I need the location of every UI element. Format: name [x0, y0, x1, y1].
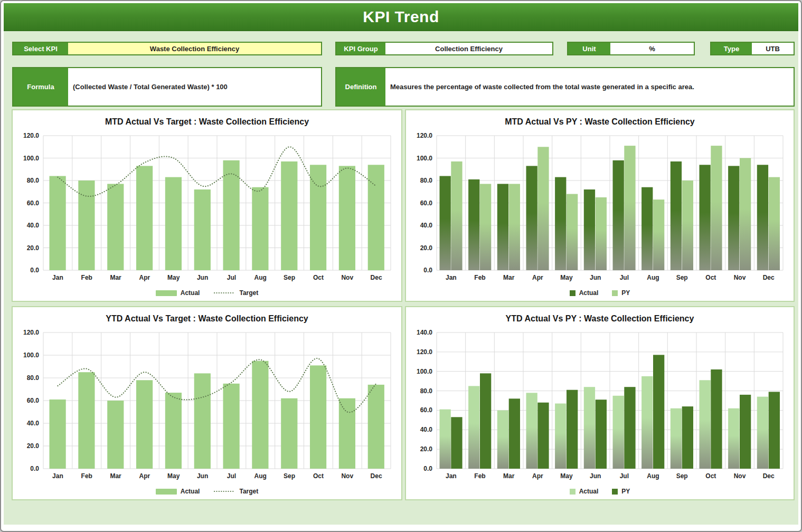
- page-title: KPI Trend: [363, 8, 439, 26]
- x-tick-label: Jun: [590, 274, 601, 281]
- bar: [596, 400, 607, 469]
- chart-title: YTD Actual Vs Target : Waste Collection …: [13, 307, 401, 328]
- x-tick-label: Apr: [139, 274, 150, 281]
- x-tick-label: Jan: [52, 472, 63, 480]
- y-tick-label: 120.0: [417, 348, 432, 356]
- bar: [468, 179, 479, 270]
- x-tick-label: Jan: [446, 274, 457, 281]
- y-tick-label: 40.0: [27, 420, 40, 427]
- bar: [136, 380, 153, 469]
- bar: [596, 197, 607, 270]
- chart-title: MTD Actual Vs Target : Waste Collection …: [13, 110, 401, 131]
- chart-plot-area: 0.020.040.060.080.0100.0120.0140.0JanFeb…: [409, 328, 790, 483]
- chart-svg: 0.020.040.060.080.0100.0120.0JanFebMarAp…: [409, 131, 790, 283]
- select-kpi-group: Select KPI Waste Collection Efficiency: [12, 42, 322, 55]
- bar: [526, 166, 537, 270]
- bar: [769, 177, 780, 270]
- legend-square-swatch: [570, 489, 575, 495]
- bar: [769, 392, 780, 469]
- x-tick-label: May: [167, 274, 180, 281]
- x-tick-label: Apr: [532, 274, 543, 281]
- chart-panel-ytd-actual-vs-py: YTD Actual Vs PY : Waste Collection Effi…: [405, 306, 795, 500]
- type-group: Type UTB: [710, 42, 795, 55]
- x-tick-label: Dec: [763, 274, 775, 281]
- chart-panel-mtd-actual-vs-py: MTD Actual Vs PY : Waste Collection Effi…: [405, 109, 795, 302]
- chart-title: MTD Actual Vs PY : Waste Collection Effi…: [406, 110, 794, 131]
- x-tick-label: Jun: [197, 274, 208, 281]
- chart-legend: ActualPY: [406, 483, 794, 499]
- bar: [682, 406, 693, 469]
- legend-label: Actual: [579, 488, 599, 495]
- bar: [50, 400, 66, 469]
- bar: [613, 396, 624, 469]
- bar: [339, 398, 355, 469]
- x-tick-label: Mar: [110, 472, 121, 480]
- legend-label: Target: [239, 488, 258, 495]
- bar: [310, 365, 326, 469]
- x-tick-label: Apr: [139, 472, 150, 480]
- bar: [281, 162, 297, 270]
- bar: [509, 184, 520, 270]
- formula-group: Formula (Collected Waste / Total Generat…: [12, 67, 322, 107]
- bar: [165, 177, 182, 270]
- kpi-trend-window: KPI Trend Select KPI Waste Collection Ef…: [0, 0, 802, 532]
- legend-bar-swatch: [156, 489, 177, 495]
- bar: [641, 187, 653, 270]
- select-kpi-dropdown[interactable]: Waste Collection Efficiency: [68, 43, 321, 54]
- x-tick-label: Mar: [503, 274, 515, 281]
- x-tick-label: Mar: [503, 472, 515, 480]
- y-tick-label: 0.0: [423, 267, 432, 274]
- bar: [368, 385, 384, 469]
- type-value: UTB: [752, 43, 794, 54]
- y-tick-label: 0.0: [423, 465, 432, 472]
- bar: [537, 147, 549, 270]
- x-tick-label: Feb: [474, 472, 485, 480]
- bar: [613, 160, 624, 270]
- y-tick-label: 20.0: [420, 244, 433, 252]
- bar: [468, 386, 479, 469]
- y-tick-label: 20.0: [27, 442, 40, 450]
- chart-plot-area: 0.020.040.060.080.0100.0120.0JanFebMarAp…: [16, 328, 398, 483]
- x-tick-label: Aug: [254, 472, 267, 480]
- kpi-group-group: KPI Group Collection Efficiency: [335, 42, 553, 55]
- y-tick-label: 80.0: [420, 387, 433, 395]
- bar: [281, 398, 297, 469]
- x-tick-label: Dec: [371, 472, 382, 480]
- y-tick-label: 40.0: [420, 222, 433, 229]
- x-tick-label: Aug: [254, 274, 267, 281]
- bar: [339, 166, 355, 270]
- bar: [252, 187, 268, 270]
- x-tick-label: Sep: [676, 472, 688, 480]
- bar: [757, 397, 768, 469]
- formula-value: (Collected Waste / Total Generated Waste…: [68, 68, 321, 106]
- y-tick-label: 140.0: [417, 329, 432, 336]
- legend-item: Target: [213, 488, 258, 495]
- bar: [624, 146, 635, 270]
- y-tick-label: 60.0: [420, 407, 433, 414]
- legend-item: Actual: [156, 289, 200, 297]
- legend-bar-swatch: [156, 290, 177, 296]
- bar: [50, 176, 66, 271]
- x-tick-label: Jul: [227, 274, 236, 281]
- x-tick-label: Nov: [341, 274, 353, 281]
- bar: [653, 355, 664, 469]
- chart-svg: 0.020.040.060.080.0100.0120.0JanFebMarAp…: [16, 131, 398, 283]
- bar: [584, 387, 595, 469]
- y-tick-label: 60.0: [27, 397, 40, 404]
- bar: [728, 408, 739, 469]
- bar: [78, 372, 95, 469]
- y-tick-label: 40.0: [27, 222, 40, 229]
- y-tick-label: 20.0: [27, 244, 40, 252]
- formula-label: Formula: [13, 68, 68, 106]
- y-tick-label: 100.0: [417, 155, 432, 162]
- x-tick-label: Apr: [532, 472, 543, 480]
- bar: [252, 361, 268, 469]
- x-tick-label: Aug: [647, 472, 659, 480]
- bar: [107, 401, 124, 469]
- bar: [567, 390, 578, 469]
- bar: [711, 369, 722, 469]
- x-tick-label: Oct: [705, 472, 716, 480]
- legend-square-swatch: [612, 489, 618, 495]
- chart-panel-ytd-actual-vs-target: YTD Actual Vs Target : Waste Collection …: [12, 306, 402, 500]
- y-tick-label: 100.0: [23, 155, 39, 162]
